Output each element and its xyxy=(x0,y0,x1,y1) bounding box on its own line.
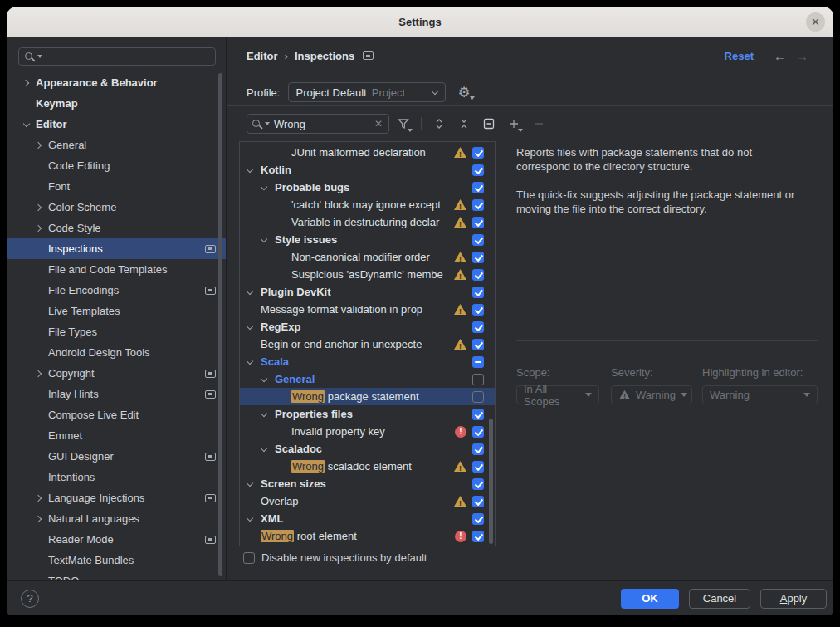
sidebar-item-textmate-bundles[interactable]: TextMate Bundles xyxy=(7,550,226,571)
reset-button[interactable]: Reset xyxy=(725,50,754,62)
chevron-right-icon[interactable] xyxy=(34,140,44,150)
sidebar-item-general[interactable]: General xyxy=(7,135,226,155)
sidebar-item-file-encodings[interactable]: File Encodings xyxy=(7,280,226,301)
sidebar-item-code-editing[interactable]: Code Editing xyxy=(7,155,226,176)
inspection-checkbox[interactable] xyxy=(472,443,484,455)
sidebar-item-live-templates[interactable]: Live Templates xyxy=(7,301,226,321)
sidebar-item-inlay-hints[interactable]: Inlay Hints xyxy=(7,384,226,404)
back-arrow-icon[interactable]: ← xyxy=(774,49,786,63)
chevron-down-icon[interactable] xyxy=(259,183,269,193)
add-inspection-icon[interactable] xyxy=(503,114,525,134)
expand-all-icon[interactable] xyxy=(428,114,450,134)
severity-select[interactable]: Warning xyxy=(611,385,692,404)
inspection-row-suspicious-asdynamic-membe[interactable]: Suspicious 'asDynamic' membe xyxy=(240,266,495,283)
chevron-down-icon[interactable] xyxy=(245,479,255,489)
chevron-down-icon[interactable] xyxy=(245,287,255,297)
inspection-row-invalid-property-key[interactable]: Invalid property key xyxy=(240,423,495,440)
inspection-row-general[interactable]: General xyxy=(240,370,495,388)
inspection-row-wrong-package-statement[interactable]: Wrong package statement xyxy=(240,388,495,405)
sidebar-item-color-scheme[interactable]: Color Scheme xyxy=(7,197,226,218)
sidebar-item-code-style[interactable]: Code Style xyxy=(7,218,226,238)
inspection-row-wrong-scaladoc-element[interactable]: Wrong scaladoc element xyxy=(240,458,495,475)
inspection-checkbox[interactable] xyxy=(472,182,484,193)
inspection-row-probable-bugs[interactable]: Probable bugs xyxy=(240,179,495,196)
chevron-down-icon[interactable] xyxy=(245,165,255,175)
inspection-checkbox[interactable] xyxy=(472,164,484,176)
inspections-search[interactable]: ✕ xyxy=(247,114,389,134)
inspection-checkbox[interactable] xyxy=(472,391,484,403)
inspection-checkbox[interactable] xyxy=(472,374,484,385)
chevron-right-icon[interactable] xyxy=(34,203,44,213)
apply-button[interactable]: Apply xyxy=(760,589,827,609)
sidebar-item-android-design-tools[interactable]: Android Design Tools xyxy=(7,342,226,363)
clear-search-icon[interactable]: ✕ xyxy=(374,118,383,130)
profile-select[interactable]: Project Default Project xyxy=(288,82,446,102)
inspection-row-plugin-devkit[interactable]: Plugin DevKit xyxy=(240,283,495,301)
gear-icon[interactable]: ⚙ xyxy=(457,86,470,100)
inspection-checkbox[interactable] xyxy=(472,496,484,507)
sidebar-item-copyright[interactable]: Copyright xyxy=(7,363,226,384)
sidebar-item-file-and-code-templates[interactable]: File and Code Templates xyxy=(7,259,226,280)
sidebar-scrollbar[interactable] xyxy=(218,73,222,576)
disable-new-inspections-checkbox[interactable] xyxy=(243,552,255,564)
breadcrumb-inspections[interactable]: Inspections xyxy=(295,50,354,62)
disable-new-inspections-row[interactable]: Disable new inspections by default xyxy=(243,551,427,564)
sidebar-search-input[interactable] xyxy=(18,47,216,66)
sidebar-item-gui-designer[interactable]: GUI Designer xyxy=(7,446,226,467)
inspection-checkbox[interactable] xyxy=(472,147,484,159)
inspection-row-screen-sizes[interactable]: Screen sizes xyxy=(240,475,495,492)
titlebar[interactable]: Settings ✕ xyxy=(7,7,833,37)
inspection-checkbox[interactable] xyxy=(472,199,484,211)
inspection-row-scala[interactable]: Scala xyxy=(240,353,495,370)
search-options-caret-icon[interactable] xyxy=(37,55,42,58)
inspection-row-overlap[interactable]: Overlap xyxy=(240,492,495,510)
sidebar-item-file-types[interactable]: File Types xyxy=(7,321,226,342)
inspection-checkbox[interactable] xyxy=(472,513,484,525)
chevron-down-icon[interactable] xyxy=(259,409,269,419)
chevron-down-icon[interactable] xyxy=(22,120,32,130)
breadcrumb-editor[interactable]: Editor xyxy=(247,50,278,62)
chevron-down-icon[interactable] xyxy=(245,514,255,524)
disable-inspection-icon[interactable] xyxy=(478,114,500,134)
inspection-checkbox[interactable] xyxy=(472,234,484,246)
forward-arrow-icon[interactable]: → xyxy=(796,49,808,63)
chevron-down-icon[interactable] xyxy=(245,322,255,332)
inspection-checkbox[interactable] xyxy=(472,409,484,420)
remove-inspection-icon[interactable] xyxy=(528,114,549,134)
inspection-checkbox[interactable] xyxy=(472,461,484,473)
search-options-caret-icon[interactable] xyxy=(265,122,270,125)
inspection-checkbox[interactable] xyxy=(472,339,484,350)
sidebar-item-emmet[interactable]: Emmet xyxy=(7,425,226,446)
inspection-checkbox[interactable] xyxy=(472,269,484,281)
sidebar-item-reader-mode[interactable]: Reader Mode xyxy=(7,529,226,550)
sidebar-item-language-injections[interactable]: Language Injections xyxy=(7,487,226,508)
sidebar-item-inspections[interactable]: Inspections xyxy=(7,238,226,259)
sidebar-item-font[interactable]: Font xyxy=(7,176,226,197)
chevron-down-icon[interactable] xyxy=(259,444,269,454)
inspection-row-non-canonical-modifier-order[interactable]: Non-canonical modifier order xyxy=(240,248,495,266)
sidebar-item-intentions[interactable]: Intentions xyxy=(7,467,226,487)
chevron-down-icon[interactable] xyxy=(259,235,269,245)
sidebar-item-editor[interactable]: Editor xyxy=(7,114,226,135)
chevron-down-icon[interactable] xyxy=(245,357,255,367)
highlighting-select[interactable]: Warning xyxy=(702,385,818,404)
inspection-row-catch-block-may-ignore-except[interactable]: 'catch' block may ignore except xyxy=(240,196,495,213)
tree-scrollbar[interactable] xyxy=(489,419,493,544)
inspection-row-wrong-root-element[interactable]: Wrong root element xyxy=(240,527,495,545)
inspection-row-style-issues[interactable]: Style issues xyxy=(240,231,495,248)
inspections-search-field[interactable] xyxy=(274,118,372,130)
sidebar-item-compose-live-edit[interactable]: Compose Live Edit xyxy=(7,404,226,425)
inspection-checkbox[interactable] xyxy=(472,478,484,490)
inspection-checkbox[interactable] xyxy=(472,321,484,333)
chevron-right-icon[interactable] xyxy=(34,223,44,233)
inspection-row-message-format-validation-in-prop[interactable]: Message format validation in prop xyxy=(240,301,495,318)
sidebar-item-natural-languages[interactable]: Natural Languages xyxy=(7,508,226,529)
inspection-checkbox[interactable] xyxy=(472,287,484,298)
chevron-down-icon[interactable] xyxy=(259,375,269,385)
inspection-checkbox[interactable] xyxy=(472,426,484,438)
inspection-checkbox[interactable] xyxy=(472,217,484,228)
inspection-row-begin-or-end-anchor-in-unexpecte[interactable]: Begin or end anchor in unexpecte xyxy=(240,336,495,353)
sidebar-item-todo[interactable]: TODO xyxy=(7,571,226,580)
inspection-checkbox[interactable] xyxy=(472,304,484,316)
collapse-all-icon[interactable] xyxy=(453,114,475,134)
